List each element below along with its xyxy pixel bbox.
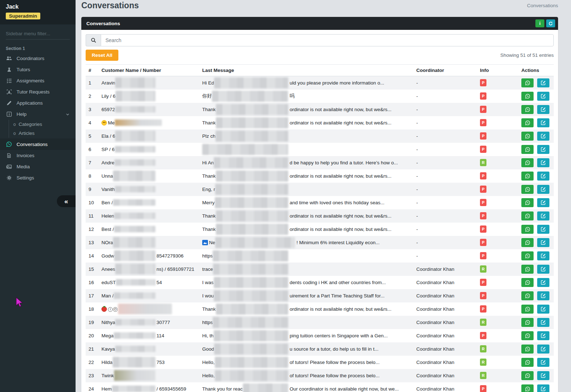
whatsapp-button[interactable] bbox=[521, 225, 534, 234]
edit-button[interactable] bbox=[537, 265, 549, 274]
whatsapp-button[interactable] bbox=[521, 92, 534, 101]
breadcrumb[interactable]: Conversations bbox=[527, 0, 558, 8]
info-badge[interactable]: P bbox=[480, 305, 486, 313]
table-row[interactable]: 23 Twink Hello, of tutors! Please follow… bbox=[86, 369, 554, 382]
whatsapp-button[interactable] bbox=[521, 185, 534, 194]
info-badge[interactable]: P bbox=[480, 199, 486, 206]
info-badge[interactable]: R bbox=[480, 159, 486, 166]
whatsapp-button[interactable] bbox=[521, 145, 534, 154]
info-badge[interactable]: R bbox=[480, 345, 486, 352]
edit-button[interactable] bbox=[537, 211, 549, 220]
whatsapp-button[interactable] bbox=[521, 78, 534, 87]
edit-button[interactable] bbox=[537, 118, 549, 127]
sidebar-item-assignments[interactable]: Assignments bbox=[0, 75, 76, 86]
info-badge[interactable]: P bbox=[480, 172, 486, 179]
table-row[interactable]: 11 Helen Thank ordinator is not availabl… bbox=[86, 209, 554, 223]
edit-button[interactable] bbox=[537, 158, 549, 167]
refresh-button[interactable] bbox=[546, 19, 555, 27]
whatsapp-button[interactable] bbox=[521, 172, 534, 181]
info-badge[interactable]: P bbox=[480, 132, 486, 140]
whatsapp-button[interactable] bbox=[521, 278, 534, 287]
info-badge[interactable]: P bbox=[480, 186, 486, 193]
edit-button[interactable] bbox=[537, 105, 549, 114]
info-badge[interactable]: R bbox=[480, 372, 486, 379]
info-button[interactable]: i bbox=[535, 19, 544, 27]
table-row[interactable]: 18 IO Thank ordinator is not available r… bbox=[86, 302, 554, 316]
table-row[interactable]: 10 Ben / Merry and time with loved ones … bbox=[86, 196, 554, 209]
edit-button[interactable] bbox=[537, 278, 549, 287]
edit-button[interactable] bbox=[537, 198, 549, 207]
info-badge[interactable]: P bbox=[480, 332, 486, 339]
edit-button[interactable] bbox=[537, 371, 549, 380]
sidebar-item-tutor-requests[interactable]: Tutor Requests bbox=[0, 86, 76, 97]
reset-all-button[interactable]: Reset All bbox=[86, 50, 118, 61]
whatsapp-button[interactable] bbox=[521, 305, 534, 314]
info-badge[interactable]: P bbox=[480, 119, 486, 126]
edit-button[interactable] bbox=[537, 251, 549, 260]
col-customer[interactable]: Customer Name / Number bbox=[99, 65, 199, 76]
whatsapp-button[interactable] bbox=[521, 318, 534, 327]
whatsapp-button[interactable] bbox=[521, 358, 534, 367]
col-last-message[interactable]: Last Message bbox=[199, 65, 413, 76]
table-row[interactable]: 20 Mega 114 Hi, th ping tuition centers … bbox=[86, 329, 554, 342]
table-row[interactable]: 14 Godw 8547279306 https - bbox=[86, 249, 554, 263]
info-badge[interactable]: P bbox=[480, 279, 486, 286]
edit-button[interactable] bbox=[537, 238, 549, 247]
table-row[interactable]: 3 65972 Thank ordinator is not available… bbox=[86, 103, 554, 116]
sidebar-item-media[interactable]: Media bbox=[0, 161, 76, 172]
table-row[interactable]: 5 Ela / 6 Plz ch - bbox=[86, 129, 554, 143]
whatsapp-button[interactable] bbox=[521, 132, 534, 141]
table-row[interactable]: 15 Anees ns) / 6591097721 trace bbox=[86, 263, 554, 276]
edit-button[interactable] bbox=[537, 145, 549, 154]
table-row[interactable]: 4 Me Thank ordinator is not available ri… bbox=[86, 116, 554, 129]
table-row[interactable]: 6 SP / 6 - P bbox=[86, 143, 554, 156]
whatsapp-button[interactable] bbox=[521, 158, 534, 167]
whatsapp-button[interactable] bbox=[521, 384, 534, 392]
table-row[interactable]: 16 eduST 54 I was dents coding i HK and … bbox=[86, 276, 554, 289]
sidebar-filter-input[interactable] bbox=[6, 29, 70, 40]
whatsapp-button[interactable] bbox=[521, 105, 534, 114]
table-row[interactable]: 2 Lily / 6 你好 吗 - bbox=[86, 90, 554, 103]
info-badge[interactable]: R bbox=[480, 359, 486, 366]
table-row[interactable]: 9 Vanith Eng, r - bbox=[86, 183, 554, 196]
sidebar-subitem-categories[interactable]: oCategories bbox=[9, 120, 76, 129]
table-row[interactable]: 17 Man / I wou uirement for a Part Time … bbox=[86, 289, 554, 302]
sidebar-item-settings[interactable]: Settings bbox=[0, 172, 76, 183]
sidebar-item-tutors[interactable]: Tutors bbox=[0, 64, 76, 75]
info-badge[interactable]: P bbox=[480, 252, 486, 259]
whatsapp-button[interactable] bbox=[521, 345, 534, 354]
col-actions[interactable]: Actions bbox=[518, 65, 554, 76]
info-badge[interactable]: P bbox=[480, 106, 486, 113]
edit-button[interactable] bbox=[537, 172, 549, 181]
edit-button[interactable] bbox=[537, 318, 549, 327]
sidebar-item-applications[interactable]: Applications bbox=[0, 97, 76, 109]
col-coordinator[interactable]: Coordinator bbox=[413, 65, 477, 76]
whatsapp-button[interactable] bbox=[521, 238, 534, 247]
edit-button[interactable] bbox=[537, 358, 549, 367]
edit-button[interactable] bbox=[537, 185, 549, 194]
table-row[interactable]: 7 Andre Hi An d be happy to help you fin… bbox=[86, 156, 554, 169]
table-row[interactable]: 13 NOra Ne ! Minimum bbox=[86, 236, 554, 249]
col-info[interactable]: Info bbox=[477, 65, 518, 76]
info-badge[interactable]: P bbox=[480, 385, 486, 392]
sidebar-subitem-articles[interactable]: oArticles bbox=[9, 129, 76, 138]
whatsapp-button[interactable] bbox=[521, 291, 534, 300]
table-row[interactable]: 21 Kavya Good u source for a tutor, do h… bbox=[86, 342, 554, 356]
whatsapp-button[interactable] bbox=[521, 265, 534, 274]
edit-button[interactable] bbox=[537, 225, 549, 234]
table-row[interactable]: 1 Aravin Hi Ed uld you please provide mo… bbox=[86, 76, 554, 90]
edit-button[interactable] bbox=[537, 345, 549, 354]
info-badge[interactable]: P bbox=[480, 146, 486, 153]
edit-button[interactable] bbox=[537, 331, 549, 340]
col-number[interactable]: # bbox=[86, 65, 99, 76]
sidebar-item-coordinators[interactable]: Coordinators bbox=[0, 53, 76, 64]
whatsapp-button[interactable] bbox=[521, 331, 534, 340]
info-badge[interactable]: P bbox=[480, 79, 486, 86]
info-badge[interactable]: P bbox=[480, 92, 486, 100]
edit-button[interactable] bbox=[537, 92, 549, 101]
whatsapp-button[interactable] bbox=[521, 198, 534, 207]
table-row[interactable]: 19 Nithya 30777 https Coor bbox=[86, 316, 554, 329]
table-row[interactable]: 24 Hem / 6593455659 Thank you for reac O… bbox=[86, 382, 554, 392]
table-row[interactable]: 22 Hilda 753 Hello, of tutors! Please fo… bbox=[86, 356, 554, 369]
edit-button[interactable] bbox=[537, 132, 549, 141]
